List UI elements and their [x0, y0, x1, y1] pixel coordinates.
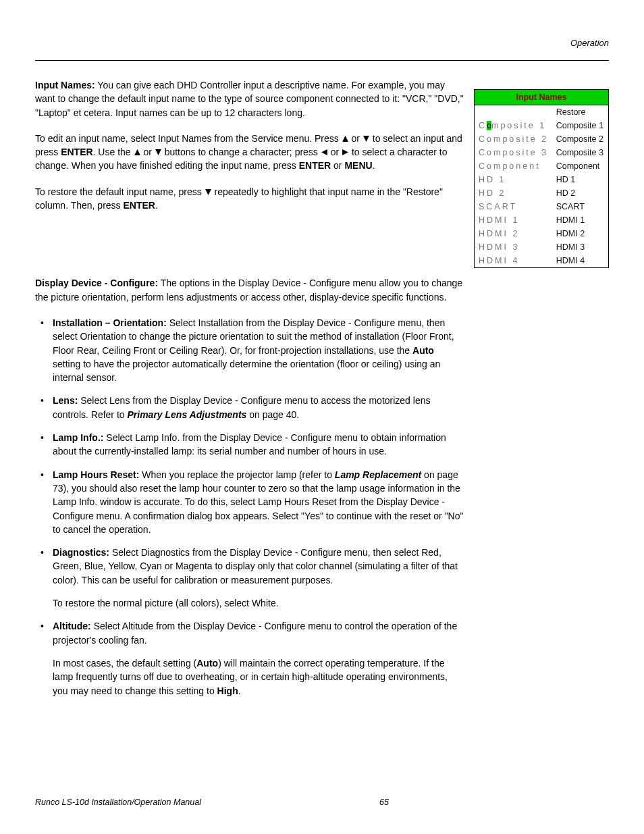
- item-heading: Diagnostics:: [53, 547, 109, 558]
- char: C: [479, 121, 487, 130]
- list-item: Lamp Hours Reset: When you replace the p…: [35, 468, 464, 536]
- editable-cell: [475, 105, 554, 120]
- editable-cell-active: Composite 1: [475, 119, 554, 132]
- bullet-list: Installation – Orientation: Select Insta…: [35, 316, 464, 698]
- display-device-heading: Display Device - Configure:: [35, 278, 158, 288]
- enter-key: ENTER: [299, 160, 331, 171]
- text-column: Input Names: You can give each DHD Contr…: [35, 78, 464, 707]
- text: or: [333, 160, 344, 171]
- text: .: [238, 685, 241, 696]
- svg-marker-0: [342, 136, 348, 142]
- arrow-left-icon: [321, 149, 328, 156]
- text: In most cases, the default setting (: [53, 658, 196, 669]
- text: .: [373, 160, 375, 171]
- cross-ref: Primary Lens Adjustments: [128, 409, 247, 420]
- rule: [35, 60, 609, 61]
- text: Select Lamp Info. from the Display Devic…: [53, 432, 446, 457]
- auto-label: Auto: [196, 658, 218, 669]
- page-footer: Runco LS-10d Installation/Operation Manu…: [35, 798, 609, 807]
- arrow-right-icon: [342, 149, 349, 156]
- restore-cell: HDMI 4: [554, 254, 609, 268]
- high-label: High: [217, 685, 238, 696]
- editable-cell: SCART: [475, 200, 554, 213]
- text-para: In most cases, the default setting (Auto…: [53, 656, 464, 698]
- input-names-table-wrap: Input Names Restore Composite 1 Composit…: [474, 89, 609, 268]
- restore-cell: Composite 2: [554, 132, 609, 146]
- char: mposite 1: [491, 121, 546, 130]
- editable-cell: HDMI 2: [475, 227, 554, 240]
- table-title: Input Names: [475, 90, 609, 105]
- list-item: Altitude: Select Altitude from the Displ…: [35, 619, 464, 697]
- list-item: Installation – Orientation: Select Insta…: [35, 316, 464, 384]
- text: . Use the: [93, 147, 134, 157]
- arrow-up-icon: [134, 149, 141, 156]
- input-names-table: Input Names Restore Composite 1 Composit…: [474, 89, 609, 268]
- editable-cell: HDMI 4: [475, 254, 554, 268]
- restore-header: Restore: [554, 105, 609, 120]
- restore-cell: HDMI 1: [554, 213, 609, 227]
- content: Input Names: You can give each DHD Contr…: [35, 78, 609, 707]
- text: Select Diagnostics from the Display Devi…: [53, 547, 458, 585]
- table-row: Composite 3Composite 3: [475, 146, 609, 159]
- svg-marker-1: [363, 136, 369, 142]
- arrow-down-icon: [205, 188, 212, 196]
- table-row: Restore: [475, 105, 609, 120]
- restore-cell: HD 2: [554, 186, 609, 200]
- display-device-section: Display Device - Configure: The options …: [35, 276, 464, 697]
- list-item: Lens: Select Lens from the Display Devic…: [35, 394, 464, 421]
- editable-cell: Composite 2: [475, 132, 554, 146]
- section-header: Operation: [35, 38, 609, 48]
- table-row: Composite 1 Composite 1: [475, 119, 609, 132]
- text: or: [143, 147, 154, 157]
- arrow-down-icon: [155, 149, 162, 156]
- text: When you replace the projector lamp (ref…: [139, 469, 334, 480]
- text: or: [352, 133, 363, 144]
- restore-cell: HDMI 2: [554, 227, 609, 240]
- cursor-char: o: [487, 121, 491, 130]
- editable-cell: HDMI 1: [475, 213, 554, 227]
- text: To restore the default input name, press: [35, 186, 205, 197]
- text: To restore the normal picture (all color…: [53, 596, 464, 610]
- arrow-up-icon: [342, 135, 349, 142]
- enter-key: ENTER: [123, 200, 155, 211]
- svg-marker-3: [155, 149, 161, 155]
- table-row: HDMI 1HDMI 1: [475, 213, 609, 227]
- text: You can give each DHD Controller input a…: [35, 80, 464, 118]
- menu-key: MENU: [344, 160, 372, 171]
- auto-label: Auto: [412, 345, 434, 356]
- input-names-p1: Input Names: You can give each DHD Contr…: [35, 78, 464, 120]
- table-row: HDMI 2HDMI 2: [475, 227, 609, 240]
- table-row: HD 2HD 2: [475, 186, 609, 200]
- editable-cell: HD 1: [475, 173, 554, 186]
- display-device-intro: Display Device - Configure: The options …: [35, 276, 464, 304]
- footer-page: 65: [379, 798, 389, 807]
- table-row: HD 1HD 1: [475, 173, 609, 186]
- cross-ref: Lamp Replacement: [335, 469, 421, 480]
- input-names-p3: To restore the default input name, press…: [35, 185, 464, 213]
- editable-cell: HD 2: [475, 186, 554, 200]
- input-names-p2: To edit an input name, select Input Name…: [35, 132, 464, 173]
- restore-cell: Composite 1: [554, 119, 609, 132]
- restore-cell: SCART: [554, 200, 609, 213]
- arrow-down-icon: [363, 135, 370, 142]
- table-row: SCARTSCART: [475, 200, 609, 213]
- text: or: [331, 147, 342, 157]
- text: .: [155, 200, 158, 211]
- svg-marker-5: [342, 149, 348, 155]
- list-item: Diagnostics: Select Diagnostics from the…: [35, 546, 464, 610]
- list-item: Lamp Info.: Select Lamp Info. from the D…: [35, 431, 464, 459]
- text: on page 40.: [246, 409, 299, 420]
- text: To edit an input name, select Input Name…: [35, 133, 342, 144]
- restore-cell: Composite 3: [554, 146, 609, 159]
- item-heading: Lamp Info.:: [53, 432, 103, 443]
- svg-marker-2: [134, 149, 140, 155]
- item-heading: Altitude:: [53, 621, 91, 631]
- text: buttons to change a character; press: [165, 147, 321, 157]
- table-row: HDMI 3HDMI 3: [475, 240, 609, 254]
- text: Select Altitude from the Display Device …: [53, 621, 457, 645]
- editable-cell: Component: [475, 159, 554, 173]
- item-heading: Installation – Orientation:: [53, 317, 167, 328]
- footer-title: Runco LS-10d Installation/Operation Manu…: [35, 798, 201, 807]
- restore-cell: HD 1: [554, 173, 609, 186]
- table-row: Composite 2Composite 2: [475, 132, 609, 146]
